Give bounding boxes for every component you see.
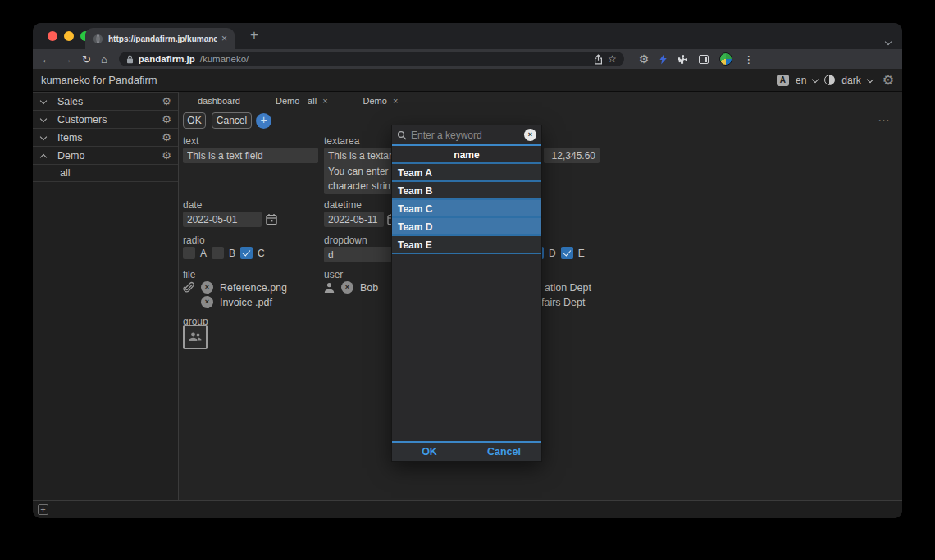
chevron-up-icon[interactable] xyxy=(40,153,47,160)
text-field-input[interactable] xyxy=(183,148,318,163)
chevron-down-icon[interactable] xyxy=(40,115,47,121)
checkbox-a[interactable] xyxy=(183,247,195,259)
popup-ok-button[interactable]: OK xyxy=(392,443,467,461)
language-selector[interactable]: en xyxy=(796,75,806,86)
checkbox-b[interactable] xyxy=(212,247,224,259)
url-domain: pandafirm.jp xyxy=(139,54,195,64)
app-body: Sales ⚙ Customers ⚙ Items ⚙ Demo ⚙ xyxy=(33,92,902,518)
popup-row-team-b[interactable]: Team B xyxy=(392,182,541,200)
sidebar-item-label: Sales xyxy=(57,96,162,107)
popup-cancel-button[interactable]: Cancel xyxy=(467,443,541,461)
browser-tabstrip: https://pandafirm.jp/kumaneko × + xyxy=(33,23,902,49)
datetime-field-input[interactable] xyxy=(324,212,384,227)
tab-close-icon[interactable]: × xyxy=(393,96,398,106)
add-view-icon[interactable]: + xyxy=(38,504,48,515)
remove-file-icon[interactable]: × xyxy=(201,281,213,294)
radio-options-row: A B C xyxy=(183,247,265,259)
keyword-search-input[interactable] xyxy=(411,130,520,141)
minimize-window-button[interactable] xyxy=(64,31,74,41)
clear-search-icon[interactable]: × xyxy=(524,129,536,141)
reload-button[interactable]: ↻ xyxy=(82,54,91,65)
browser-window: https://pandafirm.jp/kumaneko × + ← → ↻ … xyxy=(33,23,902,518)
tab-close-icon[interactable]: × xyxy=(221,34,227,43)
tab-demo[interactable]: Demo × xyxy=(349,93,413,109)
file-field-label: file xyxy=(183,269,195,280)
popup-row-team-e[interactable]: Team E xyxy=(392,236,541,254)
people-icon xyxy=(189,332,203,342)
chevron-down-icon[interactable] xyxy=(40,133,47,139)
sidebar-gear-icon[interactable]: ⚙ xyxy=(162,113,171,125)
browser-tab[interactable]: https://pandafirm.jp/kumaneko × xyxy=(85,28,235,49)
browser-toolbar: ← → ↻ ⌂ pandafirm.jp/kumaneko/ ☆ ⚙ ⋮ xyxy=(33,49,902,69)
extensions-puzzle-icon[interactable] xyxy=(677,54,688,65)
organization-name-fragment: ation Dept xyxy=(545,282,591,294)
share-icon[interactable] xyxy=(594,54,603,65)
checkbox-c[interactable] xyxy=(240,247,253,259)
profile-avatar[interactable] xyxy=(719,52,732,66)
sidebar-gear-icon[interactable]: ⚙ xyxy=(162,131,171,143)
file-attachment-row: × Reference.png xyxy=(183,281,287,294)
dropdown-field-label: dropdown xyxy=(324,234,367,246)
popup-row-team-c[interactable]: Team C xyxy=(392,200,541,218)
window-controls xyxy=(48,31,90,41)
app-header-controls: A en dark ⚙ xyxy=(777,72,894,88)
settings-gear-icon[interactable]: ⚙ xyxy=(883,72,894,88)
date-field-input[interactable] xyxy=(183,212,262,227)
person-icon[interactable] xyxy=(324,282,335,294)
sidebar-item-customers[interactable]: Customers ⚙ xyxy=(33,111,178,129)
lightning-extension-icon[interactable] xyxy=(659,54,667,65)
new-tab-button[interactable]: + xyxy=(244,27,264,43)
site-favicon-icon xyxy=(93,34,103,44)
sidebar-item-items[interactable]: Items ⚙ xyxy=(33,129,178,147)
popup-column-header: name xyxy=(392,146,541,164)
date-field-label: date xyxy=(183,199,202,211)
popup-row-team-d[interactable]: Team D xyxy=(392,218,541,236)
back-button[interactable]: ← xyxy=(41,54,52,65)
add-record-button[interactable]: + xyxy=(256,113,271,129)
checkbox-c-label: C xyxy=(258,248,265,259)
browser-menu-icon[interactable]: ⋮ xyxy=(743,53,754,66)
theme-selector[interactable]: dark xyxy=(842,75,860,86)
sidebar: Sales ⚙ Customers ⚙ Items ⚙ Demo ⚙ xyxy=(33,92,179,500)
checkbox-e-label: E xyxy=(578,248,585,259)
close-window-button[interactable] xyxy=(48,31,57,41)
bookmark-star-icon[interactable]: ☆ xyxy=(608,54,617,64)
remove-user-icon[interactable]: × xyxy=(341,281,353,294)
sidebar-item-demo-all[interactable]: all xyxy=(33,165,178,182)
extension-gear-icon[interactable]: ⚙ xyxy=(639,53,650,65)
checkbox-e[interactable] xyxy=(561,247,573,259)
datetime-field-label: datetime xyxy=(324,199,362,211)
cancel-button[interactable]: Cancel xyxy=(212,112,252,129)
ok-button[interactable]: OK xyxy=(183,112,206,129)
tab-close-icon[interactable]: × xyxy=(322,96,327,106)
forward-button[interactable]: → xyxy=(62,54,72,65)
group-picker-button[interactable] xyxy=(183,325,208,349)
app-title: kumaneko for Pandafirm xyxy=(41,74,157,86)
tab-label: dashboard xyxy=(198,96,240,106)
number-field-input[interactable] xyxy=(544,148,600,163)
tab-list-chevron-icon[interactable] xyxy=(886,33,891,48)
remove-file-icon[interactable]: × xyxy=(201,296,213,308)
extension-icons: ⚙ ⋮ xyxy=(639,52,755,66)
tab-demo-all[interactable]: Demo - all × xyxy=(262,93,342,109)
tab-dashboard[interactable]: dashboard xyxy=(184,93,254,109)
calendar-icon[interactable] xyxy=(266,213,277,225)
url-path: /kumaneko/ xyxy=(200,54,249,64)
side-panel-icon[interactable] xyxy=(699,55,709,64)
address-bar[interactable]: pandafirm.jp/kumaneko/ ☆ xyxy=(119,52,624,66)
sidebar-item-label: Demo xyxy=(57,150,162,162)
user-value-row: × Bob xyxy=(324,281,378,294)
sidebar-gear-icon[interactable]: ⚙ xyxy=(162,95,171,107)
paperclip-icon[interactable] xyxy=(183,281,194,294)
sidebar-item-sales[interactable]: Sales ⚙ xyxy=(33,93,178,111)
sidebar-gear-icon[interactable]: ⚙ xyxy=(162,149,171,162)
popup-row-team-a[interactable]: Team A xyxy=(392,164,541,182)
organization-name-fragment: fairs Dept xyxy=(541,297,586,308)
chevron-down-icon[interactable] xyxy=(40,97,47,103)
sidebar-item-demo[interactable]: Demo ⚙ xyxy=(33,147,178,165)
language-chevron-icon[interactable] xyxy=(812,75,819,82)
home-button[interactable]: ⌂ xyxy=(101,54,107,65)
more-options-icon[interactable]: … xyxy=(878,110,891,124)
theme-chevron-icon[interactable] xyxy=(866,75,873,82)
theme-contrast-icon xyxy=(824,75,835,85)
